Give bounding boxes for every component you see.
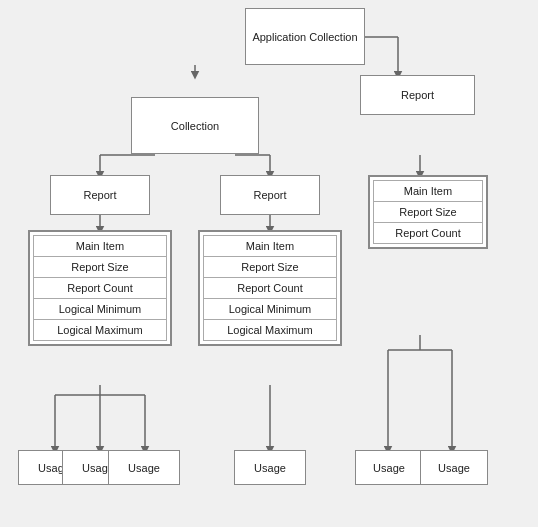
report-top-right-node: Report: [360, 75, 475, 115]
group-left-node: Main Item Report Size Report Count Logic…: [28, 230, 172, 346]
report-mid-node: Report: [220, 175, 320, 215]
usage-mid-label: Usage: [254, 462, 286, 474]
report-top-right-label: Report: [401, 89, 434, 101]
group-mid-row-3: Report Count: [204, 278, 336, 299]
app-collection-label: Application Collection: [252, 31, 357, 43]
collection-node: Collection: [131, 97, 259, 154]
report-mid-label: Report: [253, 189, 286, 201]
group-mid-inner: Main Item Report Size Report Count Logic…: [203, 235, 337, 341]
group-mid-row-2: Report Size: [204, 257, 336, 278]
group-left-row-5: Logical Maximum: [34, 320, 166, 340]
report-left-node: Report: [50, 175, 150, 215]
group-left-row-2: Report Size: [34, 257, 166, 278]
usage-left3-node: Usage: [108, 450, 180, 485]
group-mid-node: Main Item Report Size Report Count Logic…: [198, 230, 342, 346]
usage-mid-node: Usage: [234, 450, 306, 485]
group-right-row-2: Report Size: [374, 202, 482, 223]
group-mid-row-4: Logical Minimum: [204, 299, 336, 320]
group-left-inner: Main Item Report Size Report Count Logic…: [33, 235, 167, 341]
group-right-row-1: Main Item: [374, 181, 482, 202]
group-right-row-3: Report Count: [374, 223, 482, 243]
group-left-row-4: Logical Minimum: [34, 299, 166, 320]
usage-right2-node: Usage: [420, 450, 488, 485]
usage-right1-label: Usage: [373, 462, 405, 474]
collection-label: Collection: [171, 120, 219, 132]
group-mid-row-5: Logical Maximum: [204, 320, 336, 340]
usage-left3-label: Usage: [128, 462, 160, 474]
usage-right2-label: Usage: [438, 462, 470, 474]
group-right-node: Main Item Report Size Report Count: [368, 175, 488, 249]
group-left-row-1: Main Item: [34, 236, 166, 257]
group-right-inner: Main Item Report Size Report Count: [373, 180, 483, 244]
report-left-label: Report: [83, 189, 116, 201]
usage-right1-node: Usage: [355, 450, 423, 485]
app-collection-node: Application Collection: [245, 8, 365, 65]
group-left-row-3: Report Count: [34, 278, 166, 299]
diagram-container: Application Collection Collection Report…: [0, 0, 538, 527]
group-mid-row-1: Main Item: [204, 236, 336, 257]
